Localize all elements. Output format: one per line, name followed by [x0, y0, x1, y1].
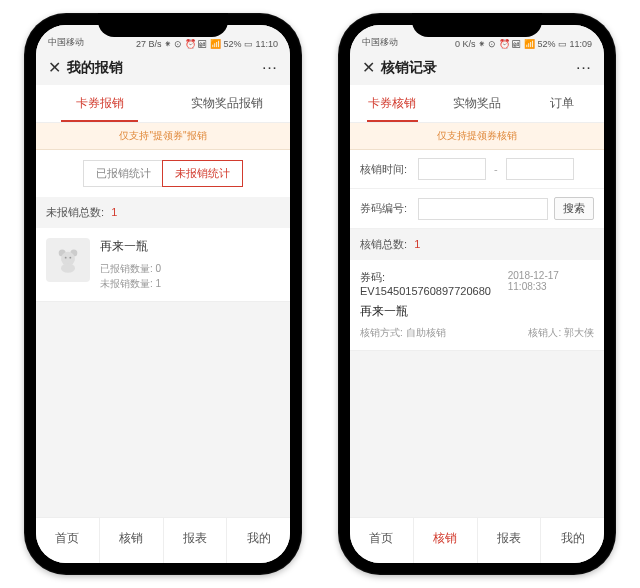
nav-report[interactable]: 报表 — [164, 518, 228, 563]
record-timestamp: 2018-12-17 11:08:33 — [508, 270, 594, 297]
top-tabs: 卡券核销 实物奖品 订单 — [350, 85, 604, 123]
tab-coupon-reimburse[interactable]: 卡券报销 — [36, 85, 163, 122]
record-person-value: 郭大侠 — [564, 327, 594, 338]
nav-verify[interactable]: 核销 — [100, 518, 164, 563]
count-label: 核销总数: — [360, 238, 407, 250]
page-title: 我的报销 — [67, 59, 123, 77]
filter-code-label: 券码编号: — [360, 201, 412, 216]
count-bar: 未报销总数: 1 — [36, 197, 290, 228]
segment-bar: 已报销统计 未报销统计 — [36, 150, 290, 197]
record-method-value: 自助核销 — [406, 327, 446, 338]
count-label: 未报销总数: — [46, 206, 104, 218]
nav-verify[interactable]: 核销 — [414, 518, 478, 563]
status-indicators: 27 B/s ⁕ ⊙ ⏰ 🗟 📶 52% ▭ 11:10 — [136, 39, 278, 49]
carrier-label: 中国移动 — [362, 36, 398, 49]
info-banner: 仅支持"提领券"报销 — [36, 123, 290, 150]
bottom-nav: 首页 核销 报表 我的 — [36, 517, 290, 563]
record-code-label: 券码: — [360, 271, 385, 283]
top-tabs: 卡券报销 实物奖品报销 — [36, 85, 290, 123]
filter-code-row: 券码编号: 搜索 — [350, 189, 604, 229]
nav-mine[interactable]: 我的 — [227, 518, 290, 563]
filter-time-label: 核销时间: — [360, 162, 412, 177]
time-to-input[interactable] — [506, 158, 574, 180]
info-banner: 仅支持提领券核销 — [350, 123, 604, 150]
record-title: 再来一瓶 — [360, 303, 408, 320]
segment-unreimbursed[interactable]: 未报销统计 — [162, 160, 243, 187]
time-dash: - — [492, 163, 500, 175]
item-thumbnail — [46, 238, 90, 282]
svg-point-3 — [61, 264, 75, 273]
tab-coupon-verify[interactable]: 卡券核销 — [350, 85, 435, 122]
record-method-label: 核销方式: — [360, 327, 403, 338]
filter-time-row: 核销时间: - — [350, 150, 604, 189]
svg-point-4 — [65, 257, 67, 259]
more-icon[interactable]: ··· — [263, 62, 278, 74]
page-title: 核销记录 — [381, 59, 437, 77]
code-input[interactable] — [418, 198, 548, 220]
count-bar: 核销总数: 1 — [350, 229, 604, 260]
title-bar: ✕ 核销记录 ··· — [350, 51, 604, 85]
phone-notch — [412, 13, 542, 37]
tab-order[interactable]: 订单 — [519, 85, 604, 122]
record-person-label: 核销人: — [528, 327, 561, 338]
teddy-bear-icon — [54, 246, 82, 274]
item-unreimbursed-value: 1 — [156, 278, 162, 289]
item-reimbursed-label: 已报销数量: — [100, 263, 153, 274]
empty-area — [36, 302, 290, 517]
tab-physical-prize[interactable]: 实物奖品 — [435, 85, 520, 122]
more-icon[interactable]: ··· — [577, 62, 592, 74]
count-value: 1 — [111, 206, 117, 218]
list-item[interactable]: 再来一瓶 已报销数量: 0 未报销数量: 1 — [36, 228, 290, 302]
empty-area — [350, 351, 604, 517]
item-title: 再来一瓶 — [100, 238, 161, 255]
bottom-nav: 首页 核销 报表 我的 — [350, 517, 604, 563]
nav-home[interactable]: 首页 — [36, 518, 100, 563]
tab-physical-reimburse[interactable]: 实物奖品报销 — [163, 85, 290, 122]
time-from-input[interactable] — [418, 158, 486, 180]
nav-report[interactable]: 报表 — [478, 518, 542, 563]
close-icon[interactable]: ✕ — [362, 60, 375, 76]
status-indicators: 0 K/s ⁕ ⊙ ⏰ 🗟 📶 52% ▭ 11:09 — [455, 39, 592, 49]
svg-point-5 — [69, 257, 71, 259]
search-button[interactable]: 搜索 — [554, 197, 594, 220]
nav-mine[interactable]: 我的 — [541, 518, 604, 563]
item-unreimbursed-label: 未报销数量: — [100, 278, 153, 289]
title-bar: ✕ 我的报销 ··· — [36, 51, 290, 85]
record-code-value: EV1545015760897720680 — [360, 285, 491, 297]
carrier-label: 中国移动 — [48, 36, 84, 49]
phone-frame-right: 中国移动 0 K/s ⁕ ⊙ ⏰ 🗟 📶 52% ▭ 11:09 ✕ 核销记录 … — [338, 13, 616, 575]
count-value: 1 — [414, 238, 420, 250]
phone-frame-left: 中国移动 27 B/s ⁕ ⊙ ⏰ 🗟 📶 52% ▭ 11:10 ✕ 我的报销… — [24, 13, 302, 575]
record-item[interactable]: 券码: EV1545015760897720680 2018-12-17 11:… — [350, 260, 604, 351]
item-reimbursed-value: 0 — [156, 263, 162, 274]
segment-reimbursed[interactable]: 已报销统计 — [84, 161, 163, 186]
nav-home[interactable]: 首页 — [350, 518, 414, 563]
close-icon[interactable]: ✕ — [48, 60, 61, 76]
phone-notch — [98, 13, 228, 37]
